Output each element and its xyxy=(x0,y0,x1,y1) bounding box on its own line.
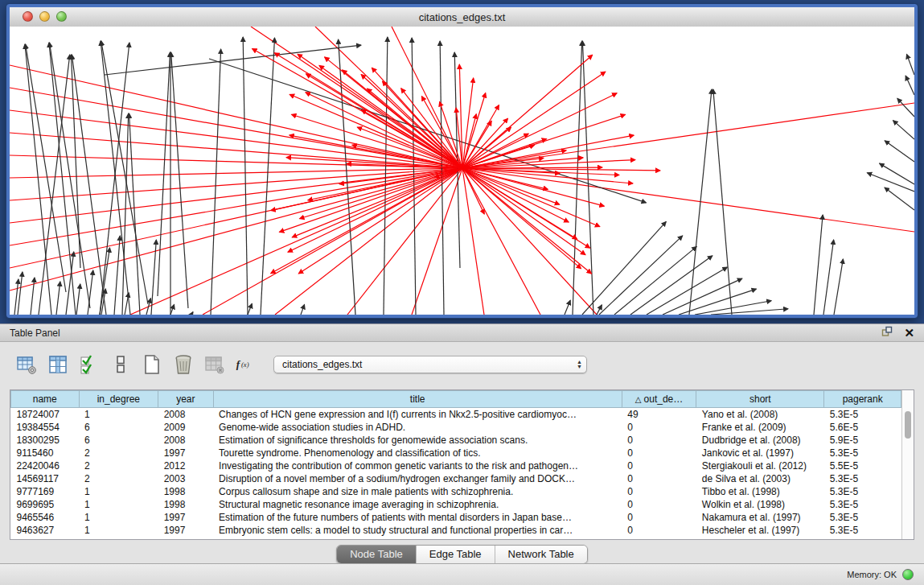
table-cell[interactable]: Franke et al. (2009) xyxy=(696,421,824,434)
table-cell[interactable]: 6 xyxy=(79,421,158,434)
table-cell[interactable]: 1997 xyxy=(158,447,213,459)
table-cell[interactable]: 9777169 xyxy=(11,485,80,498)
table-cell[interactable]: Wolkin et al. (1998) xyxy=(696,498,824,511)
table-cell[interactable]: 18724007 xyxy=(11,408,80,422)
table-cell[interactable]: Investigating the contribution of common… xyxy=(213,459,622,472)
column-header-pagerank[interactable]: pagerank xyxy=(824,391,901,408)
table-cell[interactable]: 49 xyxy=(622,408,696,422)
table-cell[interactable]: Tibbo et al. (1998) xyxy=(696,485,824,498)
table-cell[interactable]: 1 xyxy=(79,498,158,511)
table-cell[interactable]: 2 xyxy=(79,472,158,485)
new-table-icon[interactable] xyxy=(142,354,162,375)
table-cell[interactable]: 1997 xyxy=(158,524,213,537)
table-selector-dropdown[interactable]: citations_edges.txt ▲▼ xyxy=(273,356,587,373)
table-cell[interactable]: 1 xyxy=(79,485,158,498)
table-cell[interactable]: Changes of HCN gene expression and I(f) … xyxy=(213,408,622,422)
zoom-window-button[interactable] xyxy=(56,11,67,22)
function-builder-icon[interactable]: f (x) xyxy=(236,354,257,375)
table-cell[interactable]: 9699695 xyxy=(11,498,80,511)
table-cell[interactable]: 2008 xyxy=(158,434,213,447)
table-cell[interactable]: Yano et al. (2008) xyxy=(696,408,824,422)
column-header-short[interactable]: short xyxy=(696,391,824,408)
table-cell[interactable]: Structural magnetic resonance image aver… xyxy=(213,498,622,511)
table-cell[interactable]: 0 xyxy=(622,459,696,472)
table-cell[interactable]: 9463627 xyxy=(11,524,80,537)
memory-status-indicator-icon[interactable] xyxy=(902,569,914,580)
table-cell[interactable]: 0 xyxy=(622,434,696,447)
table-cell[interactable]: de Silva et al. (2003) xyxy=(696,472,824,485)
column-header-name[interactable]: name xyxy=(11,391,80,408)
network-view-window[interactable]: citations_edges.txt xyxy=(6,4,918,318)
table-cell[interactable]: Estimation of the future numbers of pati… xyxy=(213,511,622,524)
table-row[interactable]: 1830029562008Estimation of significance … xyxy=(11,434,901,447)
column-header-year[interactable]: year xyxy=(158,391,213,408)
table-cell[interactable]: 5.3E-5 xyxy=(824,511,901,524)
column-header-title[interactable]: title xyxy=(213,391,622,408)
table-row[interactable]: 946362711997Embryonic stem cells: a mode… xyxy=(11,524,901,537)
table-cell[interactable]: 5.6E-5 xyxy=(824,421,901,434)
table-settings-icon[interactable] xyxy=(16,354,37,375)
table-cell[interactable]: 18300295 xyxy=(11,434,80,447)
table-row[interactable]: 2242004622012Investigating the contribut… xyxy=(11,459,901,472)
table-cell[interactable]: Dudbridge et al. (2008) xyxy=(696,434,824,447)
minimize-window-button[interactable] xyxy=(39,11,50,22)
table-cell[interactable]: 1998 xyxy=(158,498,213,511)
table-cell[interactable]: Corpus callosum shape and size in male p… xyxy=(213,485,622,498)
vertical-scrollbar[interactable] xyxy=(901,390,914,539)
table-cell[interactable]: 5.3E-5 xyxy=(824,498,901,511)
table-cell[interactable]: 1 xyxy=(79,408,158,422)
table-cell[interactable]: 22420046 xyxy=(11,459,80,472)
table-cell[interactable]: Nakamura et al. (1997) xyxy=(696,511,824,524)
table-cell[interactable]: 2012 xyxy=(158,459,213,472)
table-cell[interactable]: 2 xyxy=(79,459,158,472)
table-cell[interactable]: Hescheler et al. (1997) xyxy=(696,524,824,537)
table-cell[interactable]: 2009 xyxy=(158,421,213,434)
table-cell[interactable]: 1997 xyxy=(158,511,213,524)
tab-node-table[interactable]: Node Table xyxy=(337,546,416,563)
table-cell[interactable]: 2008 xyxy=(158,408,213,422)
delete-icon[interactable] xyxy=(173,354,194,375)
table-cell[interactable]: 5.3E-5 xyxy=(824,472,901,485)
scrollbar-thumb[interactable] xyxy=(905,411,911,439)
table-cell[interactable]: 5.5E-5 xyxy=(824,459,901,472)
table-cell[interactable]: 0 xyxy=(622,421,696,434)
table-cell[interactable]: 1 xyxy=(79,511,158,524)
table-cell[interactable]: 19384554 xyxy=(11,421,80,434)
row-select-check-icon[interactable] xyxy=(79,354,100,375)
table-cell[interactable]: 0 xyxy=(622,524,696,537)
table-cell[interactable]: 1 xyxy=(79,524,158,537)
float-window-icon[interactable] xyxy=(881,326,893,340)
table-cell[interactable]: Disruption of a novel member of a sodium… xyxy=(213,472,622,485)
column-visibility-icon[interactable] xyxy=(47,354,68,375)
table-cell[interactable]: 0 xyxy=(622,498,696,511)
table-cell[interactable]: Embryonic stem cells: a model to study s… xyxy=(213,524,622,537)
table-cell[interactable]: Tourette syndrome. Phenomenology and cla… xyxy=(213,447,622,459)
table-cell[interactable]: 14569117 xyxy=(11,472,80,485)
table-cell[interactable]: 6 xyxy=(79,434,158,447)
close-panel-icon[interactable]: ✕ xyxy=(904,327,914,339)
table-cell[interactable]: Genome-wide association studies in ADHD. xyxy=(213,421,622,434)
table-row[interactable]: 1456911722003Disruption of a novel membe… xyxy=(11,472,901,485)
column-header-out_de[interactable]: △out_de… xyxy=(622,391,696,408)
table-row[interactable]: 911546021997Tourette syndrome. Phenomeno… xyxy=(11,447,901,459)
tab-edge-table[interactable]: Edge Table xyxy=(416,546,495,563)
table-cell[interactable]: 2 xyxy=(79,447,158,459)
table-cell[interactable]: 5.3E-5 xyxy=(824,524,901,537)
network-canvas[interactable] xyxy=(10,27,914,315)
network-window-titlebar[interactable]: citations_edges.txt xyxy=(10,7,914,27)
table-cell[interactable]: 0 xyxy=(622,511,696,524)
table-cell[interactable]: 5.9E-5 xyxy=(824,434,901,447)
table-cell[interactable]: Stergiakouli et al. (2012) xyxy=(696,459,824,472)
table-cell[interactable]: 1998 xyxy=(158,485,213,498)
table-row[interactable]: 946554611997Estimation of the future num… xyxy=(11,511,901,524)
table-cell[interactable]: 2003 xyxy=(158,472,213,485)
table-cell[interactable]: 0 xyxy=(622,472,696,485)
table-cell[interactable]: 9465546 xyxy=(11,511,80,524)
panel-split-icon[interactable] xyxy=(110,354,131,375)
table-row[interactable]: 969969511998Structural magnetic resonanc… xyxy=(11,498,901,511)
table-cell[interactable]: 5.3E-5 xyxy=(824,485,901,498)
table-cell[interactable]: 0 xyxy=(622,485,696,498)
table-row[interactable]: 1938455462009Genome-wide association stu… xyxy=(11,421,901,434)
column-header-in_degree[interactable]: in_degree xyxy=(79,391,158,408)
table-row[interactable]: 1872400712008Changes of HCN gene express… xyxy=(11,408,901,422)
